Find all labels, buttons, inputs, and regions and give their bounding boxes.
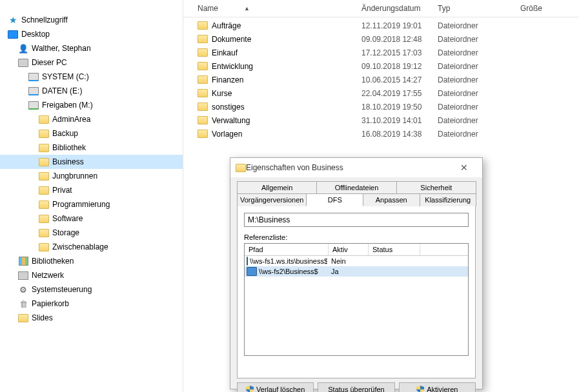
tab[interactable]: Vorgängerversionen — [237, 193, 307, 206]
file-name-label: Kurse — [212, 89, 232, 98]
shared-folder-icon — [39, 157, 49, 167]
close-button[interactable]: ✕ — [451, 162, 477, 173]
network-drive-icon — [28, 100, 39, 110]
tree-item-label: Zwischenablage — [52, 242, 108, 251]
file-name-label: Finanzen — [212, 75, 243, 84]
folder-icon — [39, 185, 49, 195]
ref-col-aktiv[interactable]: Aktiv — [329, 244, 369, 255]
col-header-type[interactable]: Typ — [434, 0, 516, 17]
tree-item[interactable]: ★Schnellzugriff — [0, 13, 183, 27]
shared-folder-icon — [39, 199, 49, 210]
file-name-label: Entwicklung — [212, 62, 253, 71]
activate-button[interactable]: Aktivieren — [399, 382, 476, 392]
shared-folder-icon — [39, 142, 49, 153]
tree-item[interactable]: DATEN (E:) — [0, 84, 183, 98]
file-row[interactable]: sonstiges18.10.2019 19:50Dateiordner — [183, 100, 579, 113]
server-icon — [247, 257, 248, 266]
clear-history-button[interactable]: Verlauf löschen — [237, 382, 314, 392]
folder-icon — [198, 115, 208, 126]
tab[interactable]: Allgemein — [237, 181, 317, 193]
file-type-cell: Dateiordner — [434, 116, 516, 125]
folder-icon — [198, 61, 208, 72]
folder-icon — [18, 313, 28, 323]
folder-icon — [39, 213, 49, 224]
network-icon — [18, 270, 28, 280]
tree-item[interactable]: Business — [0, 155, 183, 169]
tree-item[interactable]: Zwischenablage — [0, 240, 183, 254]
tree-item[interactable]: Backup — [0, 126, 183, 141]
folder-icon — [198, 129, 208, 139]
file-date-cell: 12.11.2019 19:01 — [358, 21, 434, 30]
star-icon: ★ — [8, 15, 18, 25]
folder-icon — [236, 162, 246, 173]
tree-item[interactable]: Programmierung — [0, 197, 183, 211]
tab[interactable]: DFS — [306, 193, 363, 206]
tree-item[interactable]: Bibliothek — [0, 141, 183, 155]
ref-list-header: Pfad Aktiv Status — [245, 244, 468, 256]
tree-item[interactable]: Privat — [0, 183, 183, 197]
shared-folder-icon — [39, 171, 49, 181]
tree-item-label: SYSTEM (C:) — [42, 72, 89, 81]
tree-item[interactable]: Netzwerk — [0, 268, 183, 282]
tab[interactable]: Klassifizierung — [420, 193, 477, 206]
tree-item[interactable]: SYSTEM (C:) — [0, 70, 183, 84]
file-type-cell: Dateiordner — [434, 130, 516, 139]
tree-item[interactable]: Bibliotheken — [0, 254, 183, 268]
file-name-cell: Verwaltung — [194, 115, 358, 126]
server-icon — [247, 267, 257, 276]
tree-item[interactable]: Jungbrunnen — [0, 169, 183, 183]
tree-item[interactable]: ⚙Systemsteuerung — [0, 282, 183, 297]
file-row[interactable]: Kurse22.04.2019 17:55Dateiordner — [183, 86, 579, 100]
tree-item[interactable]: Freigaben (M:) — [0, 98, 183, 112]
file-type-cell: Dateiordner — [434, 62, 516, 71]
tree-item[interactable]: AdminArea — [0, 112, 183, 126]
tab[interactable]: Sicherheit — [396, 181, 476, 193]
file-name-cell: Dokumente — [194, 34, 358, 44]
trash-icon: 🗑 — [18, 299, 28, 309]
tree-item[interactable]: Slides — [0, 311, 183, 325]
check-status-button[interactable]: Status überprüfen — [318, 382, 394, 392]
file-row[interactable]: Vorlagen16.08.2019 14:38Dateiordner — [183, 127, 579, 141]
tree-item-label: Backup — [52, 129, 78, 138]
file-name-label: Aufträge — [212, 21, 241, 30]
file-row[interactable]: Finanzen10.06.2015 14:27Dateiordner — [183, 73, 579, 86]
tree-item-label: Slides — [32, 313, 53, 322]
folder-icon — [198, 75, 208, 85]
file-row[interactable]: Aufträge12.11.2019 19:01Dateiordner — [183, 19, 579, 32]
tree-item[interactable]: Software — [0, 211, 183, 226]
ref-row[interactable]: \\ws-fs1.ws.its\business$Nein — [245, 256, 468, 266]
tab[interactable]: Offlinedateien — [316, 181, 396, 193]
col-size-label: Größe — [520, 4, 542, 13]
dialog-titlebar[interactable]: Eigenschaften von Business ✕ — [230, 158, 482, 177]
col-header-date[interactable]: Änderungsdatum — [358, 0, 434, 17]
gear-icon: ⚙ — [18, 284, 28, 295]
tree-item[interactable]: 🗑Papierkorb — [0, 297, 183, 311]
col-header-size[interactable]: Größe — [516, 0, 568, 17]
col-header-name[interactable]: Name ▲ — [194, 0, 358, 17]
ref-col-pfad[interactable]: Pfad — [245, 244, 329, 255]
file-row[interactable]: Dokumente09.09.2018 12:48Dateiordner — [183, 32, 579, 46]
tabs-area: AllgemeinOfflinedateienSicherheit Vorgän… — [230, 177, 482, 378]
folder-icon — [39, 242, 49, 252]
dfs-path-input[interactable] — [244, 213, 469, 227]
ref-list[interactable]: Pfad Aktiv Status \\ws-fs1.ws.its\busine… — [244, 243, 469, 356]
tree-item[interactable]: 👤Walther, Stephan — [0, 41, 183, 55]
file-list: Aufträge12.11.2019 19:01DateiordnerDokum… — [183, 17, 579, 141]
properties-dialog: Eigenschaften von Business ✕ AllgemeinOf… — [230, 157, 483, 389]
tree-item[interactable]: Desktop — [0, 27, 183, 41]
tab[interactable]: Anpassen — [363, 193, 420, 206]
file-row[interactable]: Verwaltung31.10.2019 14:01Dateiordner — [183, 113, 579, 127]
tree-item-label: Schnellzugriff — [21, 15, 68, 24]
file-row[interactable]: Entwicklung09.10.2018 19:12Dateiordner — [183, 59, 579, 73]
tree-item[interactable]: Dieser PC — [0, 55, 183, 70]
ref-col-status[interactable]: Status — [369, 244, 420, 255]
folder-icon — [39, 228, 49, 238]
ref-row[interactable]: \\ws-fs2\Business$Ja — [245, 266, 468, 277]
tree-item[interactable]: Storage — [0, 226, 183, 240]
tree-item-label: Software — [52, 214, 83, 223]
tab-panel-dfs: Referenzliste: Pfad Aktiv Status \\ws-fs… — [237, 206, 476, 378]
file-row[interactable]: Einkauf17.12.2015 17:03Dateiordner — [183, 46, 579, 59]
ref-list-label: Referenzliste: — [244, 233, 469, 241]
tab-row-1: AllgemeinOfflinedateienSicherheit — [237, 181, 476, 193]
tree-item-label: Walther, Stephan — [32, 44, 91, 53]
